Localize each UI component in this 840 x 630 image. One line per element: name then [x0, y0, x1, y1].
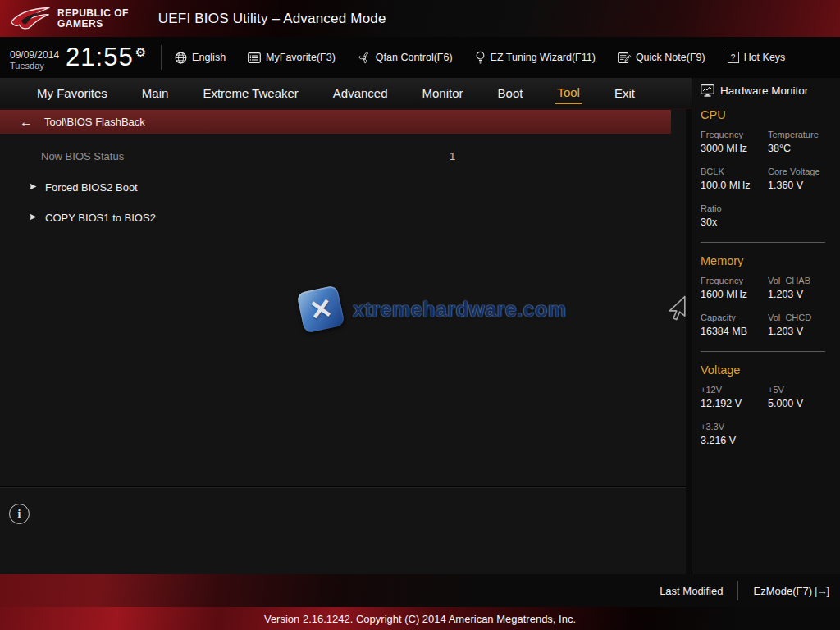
menu-item-english[interactable]: English — [175, 52, 226, 64]
bios-status-row: Now BIOS Status 1 — [0, 145, 671, 167]
tool-menu-item-label: Forced BIOS2 Boot — [45, 181, 138, 194]
hm-metric-3-3v: +3.3V3.216 V — [701, 422, 768, 446]
day-text: Tuesday — [10, 61, 59, 71]
brand-text: REPUBLIC OF GAMERS — [57, 8, 129, 29]
bulb-icon — [475, 51, 486, 64]
hm-row: Frequency3000 MHzTemperature38°C — [701, 130, 840, 167]
hm-section-title-voltage: Voltage — [701, 363, 840, 377]
tab-main[interactable]: Main — [140, 83, 171, 103]
tab-monitor[interactable]: Monitor — [421, 83, 465, 103]
time-text: 21:55 — [66, 43, 134, 72]
hm-row: +12V12.192 V+5V5.000 V — [701, 385, 840, 422]
footer-bar: Last Modified EzMode(F7) |→] — [0, 574, 840, 607]
datetime: 09/09/2014 Tuesday 21:55 ⚙ — [10, 43, 146, 72]
date-text: 09/09/2014 — [10, 49, 59, 61]
hm-row: +3.3V3.216 V — [701, 422, 840, 459]
last-modified-button[interactable]: Last Modified — [660, 585, 723, 597]
hardware-monitor-body: CPUFrequency3000 MHzTemperature38°CBCLK1… — [701, 108, 840, 459]
menu-item-myfavorite-f3[interactable]: MyFavorite(F3) — [248, 52, 336, 63]
hm-metric-label: Frequency — [701, 130, 768, 139]
tab-boot[interactable]: Boot — [496, 83, 525, 103]
hm-row: Frequency1600 MHzVol_CHAB1.203 V — [701, 276, 840, 313]
tool-menu-item-label: COPY BIOS1 to BIOS2 — [45, 212, 156, 224]
ezmode-button[interactable]: EzMode(F7) |→] — [753, 585, 829, 597]
hm-metric-value: 1.203 V — [768, 289, 840, 300]
tool-menu-item-copy-bios1-to-bios2[interactable]: COPY BIOS1 to BIOS2 — [0, 207, 671, 228]
uefi-bios-screen: REPUBLIC OF GAMERS UEFI BIOS Utility – A… — [0, 0, 840, 630]
hm-metric-value: 1.360 V — [768, 180, 840, 191]
hm-row: BCLK100.0 MHzCore Voltage1.360 V — [701, 167, 840, 203]
infobar-menu: EnglishMyFavorite(F3)Qfan Control(F6)EZ … — [175, 51, 785, 64]
ezmode-exit-icon: |→] — [815, 585, 829, 597]
info-bar: 09/09/2014 Tuesday 21:55 ⚙ EnglishMyFavo… — [0, 37, 840, 78]
divider — [701, 242, 825, 243]
menu-item-qfan-control-f6[interactable]: Qfan Control(F6) — [358, 52, 453, 64]
hm-metric-label: +12V — [701, 385, 768, 395]
hm-metric-12v: +12V12.192 V — [701, 385, 768, 409]
clock-settings-gear-icon[interactable]: ⚙ — [135, 45, 146, 60]
main-content: ← Tool\BIOS FlashBack Now BIOS Status 1 … — [0, 109, 686, 574]
menu-item-label: Hot Keys — [744, 52, 786, 63]
hardware-monitor-header: Hardware Monitor — [701, 84, 840, 97]
tab-advanced[interactable]: Advanced — [331, 83, 390, 103]
bios-status-label: Now BIOS Status — [41, 150, 124, 162]
hotkeys-icon: ? — [728, 52, 739, 63]
hm-metric-value: 38°C — [768, 143, 840, 154]
hm-metric-value: 5.000 V — [768, 398, 840, 409]
menu-item-label: English — [192, 52, 226, 63]
menu-item-label: EZ Tuning Wizard(F11) — [491, 52, 596, 63]
mouse-cursor — [663, 295, 687, 323]
tool-menu-item-forced-bios2-boot[interactable]: Forced BIOS2 Boot — [0, 176, 671, 198]
menu-item-label: Quick Note(F9) — [636, 52, 705, 63]
hm-metric-ratio: Ratio30x — [701, 203, 768, 228]
hm-metric-label: BCLK — [701, 167, 768, 176]
hm-metric-label: Ratio — [701, 203, 768, 213]
hm-section-title-memory: Memory — [701, 254, 840, 267]
hm-metric-frequency: Frequency1600 MHz — [701, 276, 768, 300]
hm-metric-temperature: Temperature38°C — [768, 130, 840, 154]
hm-metric-label: +3.3V — [701, 422, 768, 431]
tab-extreme-tweaker[interactable]: Extreme Tweaker — [201, 83, 299, 103]
version-bar: Version 2.16.1242. Copyright (C) 2014 Am… — [0, 607, 840, 630]
tab-tool[interactable]: Tool — [555, 82, 582, 104]
ezmode-label: EzMode(F7) — [753, 585, 812, 597]
menu-item-label: Qfan Control(F6) — [376, 52, 453, 63]
hm-metric-label: Core Voltage — [768, 167, 840, 176]
breadcrumb[interactable]: ← Tool\BIOS FlashBack — [0, 110, 671, 134]
hm-metric-value: 12.192 V — [701, 398, 768, 409]
menu-item-ez-tuning-wizard-f11[interactable]: EZ Tuning Wizard(F11) — [475, 51, 596, 64]
back-arrow-icon[interactable]: ← — [20, 115, 33, 130]
watermark: ✕ xtremehardware.com — [300, 289, 567, 330]
fan-icon — [358, 52, 371, 64]
favorites-icon — [248, 52, 261, 63]
bios-status-value: 1 — [450, 150, 455, 162]
note-icon — [618, 52, 631, 64]
submenu-arrow-icon — [29, 180, 38, 194]
divider — [737, 581, 738, 600]
menu-item-label: MyFavorite(F3) — [266, 52, 336, 63]
tab-my-favorites[interactable]: My Favorites — [35, 83, 109, 103]
hardware-monitor-title: Hardware Monitor — [720, 84, 808, 97]
hm-metric-label: Frequency — [701, 276, 768, 285]
menu-item-quick-note-f9[interactable]: Quick Note(F9) — [618, 52, 705, 64]
hm-metric-label: +5V — [768, 385, 840, 395]
menu-item-hot-keys[interactable]: ?Hot Keys — [728, 52, 786, 63]
divider — [0, 486, 686, 488]
hm-metric-value: 3000 MHz — [701, 143, 768, 154]
monitor-icon — [701, 84, 714, 97]
hm-metric-value: 30x — [701, 217, 768, 228]
hm-metric-vol-chcd: Vol_CHCD1.203 V — [768, 313, 840, 337]
submenu-arrow-icon — [29, 210, 38, 225]
tab-exit[interactable]: Exit — [613, 83, 637, 103]
hm-metric-bclk: BCLK100.0 MHz — [701, 167, 768, 191]
hm-metric-capacity: Capacity16384 MB — [701, 313, 768, 337]
hm-metric-label: Vol_CHCD — [768, 313, 840, 322]
hm-metric-value: 1.203 V — [768, 326, 840, 337]
hm-metric-5v: +5V5.000 V — [768, 385, 840, 409]
watermark-badge-icon: ✕ — [296, 285, 345, 333]
hm-metric-value: 3.216 V — [701, 435, 768, 446]
watermark-text: xtremehardware.com — [353, 298, 567, 322]
divider — [161, 45, 162, 70]
hm-metric-core-voltage: Core Voltage1.360 V — [768, 167, 840, 191]
globe-icon — [175, 52, 187, 64]
